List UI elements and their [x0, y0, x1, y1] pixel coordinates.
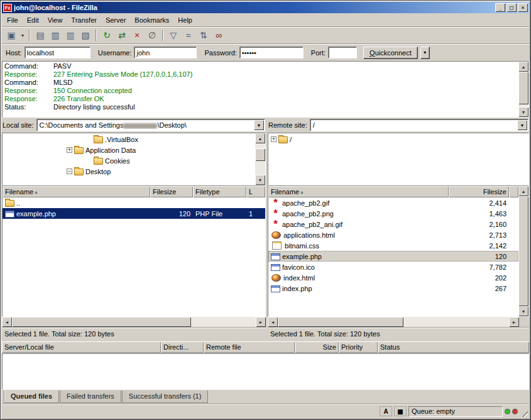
- column-header-filetype[interactable]: Filetype: [193, 186, 246, 197]
- remote-file-row[interactable]: *apache_pb2.png1,463: [268, 208, 518, 219]
- local-tree-item[interactable]: .VirtualBox: [3, 134, 255, 145]
- menu-transfer[interactable]: Transfer: [67, 14, 101, 26]
- scrollbar-thumb[interactable]: [518, 196, 528, 306]
- scrollbar-thumb[interactable]: [518, 72, 528, 104]
- scroll-up-icon[interactable]: ▲: [255, 133, 265, 143]
- toggle-remote-tree-icon[interactable]: ▥: [63, 28, 78, 42]
- scroll-down-icon[interactable]: ▼: [518, 306, 528, 316]
- column-header-remote-file[interactable]: Remote file: [204, 341, 295, 353]
- menu-file[interactable]: File: [3, 14, 23, 26]
- collapse-icon[interactable]: −: [67, 169, 72, 174]
- remote-file-row[interactable]: bitnami.css2,142: [268, 240, 518, 251]
- remote-list-hscrollbar[interactable]: ◄ ►: [268, 317, 529, 327]
- column-header-priority[interactable]: Priority: [339, 341, 378, 353]
- column-header-l[interactable]: L: [246, 186, 265, 197]
- port-input[interactable]: [328, 47, 357, 58]
- scrollbar-thumb[interactable]: [278, 317, 403, 327]
- quickconnect-dropdown-icon[interactable]: ▼: [420, 47, 430, 59]
- local-tree-scrollbar[interactable]: ▲ ▼: [255, 133, 265, 185]
- remote-file-row[interactable]: applications.html2,713: [268, 229, 518, 240]
- transfer-type-indicator-icon[interactable]: A: [380, 406, 392, 416]
- remote-file-row[interactable]: index.php267: [268, 283, 518, 294]
- remote-file-row[interactable]: *apache_pb2_ani.gif2,160: [268, 219, 518, 229]
- scrollbar-track[interactable]: [278, 317, 509, 327]
- menu-edit[interactable]: Edit: [23, 14, 43, 26]
- toggle-message-log-icon[interactable]: ▤: [33, 28, 48, 42]
- column-header-filesize[interactable]: Filesize: [449, 186, 509, 197]
- local-tree-item[interactable]: Cookies: [3, 155, 255, 166]
- scrollbar-thumb[interactable]: [255, 148, 265, 161]
- scroll-right-icon[interactable]: ►: [509, 317, 519, 327]
- local-file-row[interactable]: ..: [3, 197, 265, 208]
- tab-successful-transfers-1[interactable]: Successful transfers (1): [122, 390, 209, 403]
- maximize-button[interactable]: □: [506, 3, 517, 12]
- toggle-local-tree-icon[interactable]: ▥: [48, 28, 63, 42]
- menu-bookmarks[interactable]: Bookmarks: [130, 14, 173, 26]
- remote-tree-item[interactable]: +/: [268, 134, 528, 145]
- menu-server[interactable]: Server: [101, 14, 130, 26]
- column-header-filesize[interactable]: Filesize: [150, 186, 193, 197]
- password-input[interactable]: [239, 47, 304, 58]
- minimize-button[interactable]: _: [495, 3, 505, 12]
- column-header-filename[interactable]: Filename▴: [268, 186, 449, 197]
- site-manager-icon[interactable]: ▣: [4, 28, 19, 42]
- remote-file-row[interactable]: favicon.ico7,782: [268, 262, 518, 272]
- quickconnect-button[interactable]: Quickconnect: [363, 47, 418, 59]
- expand-icon[interactable]: +: [67, 147, 72, 153]
- expand-icon[interactable]: +: [271, 136, 276, 142]
- cancel-operation-icon[interactable]: ×: [129, 28, 145, 42]
- scrollbar-track[interactable]: [518, 72, 528, 107]
- filesize-cell: 267: [449, 283, 509, 294]
- combo-dropdown-icon[interactable]: ▼: [517, 120, 527, 130]
- menu-help[interactable]: Help: [173, 14, 197, 26]
- refresh-icon[interactable]: ↻: [99, 28, 114, 42]
- process-queue-icon[interactable]: ⇄: [114, 28, 129, 42]
- scroll-down-icon[interactable]: ▼: [518, 107, 528, 117]
- speed-limits-icon[interactable]: ▦: [394, 406, 407, 416]
- disconnect-icon[interactable]: ∅: [145, 28, 160, 42]
- directory-filter-icon[interactable]: ▽: [166, 28, 181, 42]
- column-header-server-local-file[interactable]: Server/Local file: [2, 341, 161, 353]
- scroll-right-icon[interactable]: ►: [256, 317, 266, 327]
- local-list-hscrollbar[interactable]: ◄ ►: [2, 317, 266, 327]
- scrollbar-track[interactable]: [518, 196, 528, 306]
- scroll-left-icon[interactable]: ◄: [268, 317, 278, 327]
- remote-file-row[interactable]: example.php120: [268, 251, 518, 262]
- find-files-icon[interactable]: ∞: [211, 28, 226, 42]
- column-header-filename[interactable]: Filename▴: [3, 186, 150, 197]
- local-file-row[interactable]: example.php120PHP File1: [3, 208, 265, 219]
- username-input[interactable]: [134, 47, 197, 58]
- remote-file-row[interactable]: index.html202: [268, 272, 518, 283]
- menu-view[interactable]: View: [43, 14, 67, 26]
- resize-grip-icon[interactable]: [520, 409, 528, 417]
- scroll-up-icon[interactable]: ▲: [518, 62, 528, 72]
- site-manager-dropdown-icon[interactable]: ▾: [19, 28, 26, 42]
- remote-site-combobox[interactable]: / ▼: [310, 119, 528, 131]
- queue-status-text: Queue: empty: [412, 407, 455, 415]
- synchronized-browsing-icon[interactable]: ⇅: [196, 28, 211, 42]
- tab-queued-files[interactable]: Queued files: [4, 390, 59, 403]
- close-button[interactable]: ×: [518, 3, 528, 12]
- tab-failed-transfers[interactable]: Failed transfers: [60, 390, 121, 403]
- combo-dropdown-icon[interactable]: ▼: [254, 120, 264, 130]
- scroll-up-icon[interactable]: ▲: [518, 186, 528, 196]
- remote-list-scrollbar[interactable]: ▲ ▼: [518, 186, 528, 316]
- local-tree-item[interactable]: +Application Data: [3, 145, 255, 155]
- transfer-queue-body[interactable]: [2, 353, 529, 390]
- scrollbar-track[interactable]: [12, 317, 256, 327]
- host-input[interactable]: [25, 47, 90, 58]
- titlebar[interactable]: Fz john@localhost - FileZilla _□×: [2, 2, 529, 13]
- toggle-queue-icon[interactable]: ▧: [78, 28, 93, 42]
- column-header-size[interactable]: Size: [295, 341, 339, 353]
- scroll-down-icon[interactable]: ▼: [255, 175, 265, 185]
- scroll-left-icon[interactable]: ◄: [2, 317, 12, 327]
- column-header-directi[interactable]: Directi...: [161, 341, 204, 353]
- local-tree-item[interactable]: −Desktop: [3, 166, 255, 177]
- column-header-status[interactable]: Status: [378, 341, 529, 353]
- remote-file-row[interactable]: *apache_pb2.gif2,414: [268, 197, 518, 208]
- scrollbar-thumb[interactable]: [12, 317, 191, 327]
- local-site-combobox[interactable]: C:\Documents and Settings\Desktop\ ▼: [36, 119, 265, 131]
- scrollbar-track[interactable]: [255, 143, 265, 175]
- message-log-scrollbar[interactable]: ▲ ▼: [518, 62, 528, 117]
- directory-compare-icon[interactable]: ≈: [181, 28, 196, 42]
